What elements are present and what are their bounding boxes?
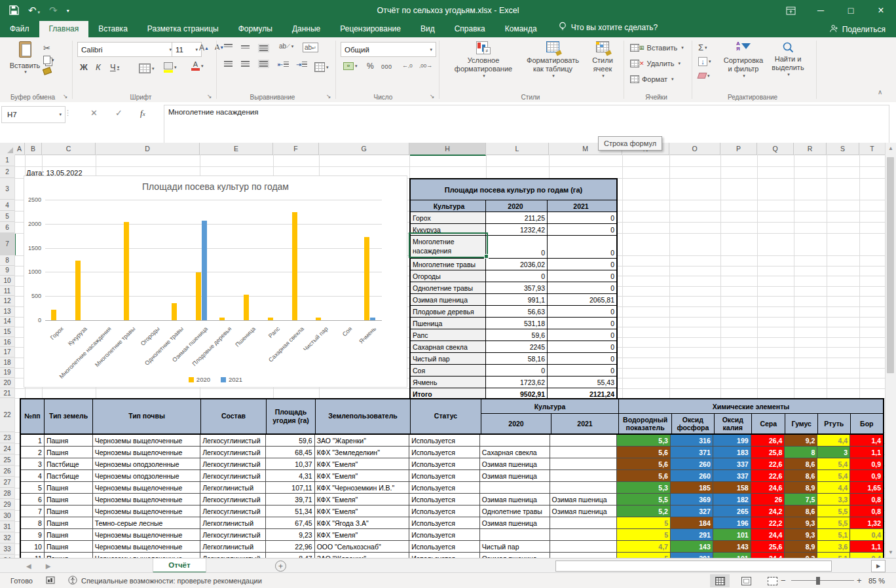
crops-cell-label[interactable]: Чистый пар: [411, 353, 486, 364]
land-cell[interactable]: 9,23: [266, 529, 315, 540]
land-cell[interactable]: [550, 517, 618, 528]
sheet-next-icon[interactable]: ▶: [46, 562, 51, 570]
column-header-C[interactable]: C: [42, 143, 96, 155]
align-middle-icon[interactable]: [241, 45, 250, 50]
decrease-decimal-icon[interactable]: ,00→: [419, 62, 432, 69]
column-header-Q[interactable]: Q: [757, 143, 794, 155]
fill-color-icon[interactable]: ▾: [164, 62, 177, 73]
land-cell[interactable]: 10,37: [266, 458, 315, 469]
orientation-icon[interactable]: ab⟋▾: [279, 43, 293, 50]
crops-cell-2021[interactable]: 0: [548, 224, 616, 235]
land-cell[interactable]: [480, 529, 550, 540]
land-cell[interactable]: Легкосуглинистый: [200, 447, 266, 458]
chem-cell[interactable]: 260: [671, 458, 713, 469]
chem-cell[interactable]: 0,4: [850, 553, 883, 558]
row-header-25[interactable]: 25: [0, 454, 15, 466]
chem-cell[interactable]: 9,3: [785, 553, 817, 558]
crops-cell-2020[interactable]: 211,25: [486, 212, 548, 223]
chem-cell[interactable]: 5,6: [617, 447, 671, 458]
row-header-7[interactable]: 7: [0, 233, 16, 255]
chem-cell[interactable]: 196: [713, 517, 751, 528]
column-header-D[interactable]: D: [96, 143, 200, 155]
bold-button[interactable]: Ж: [80, 62, 88, 72]
chem-cell[interactable]: 25,6: [751, 541, 785, 552]
land-cell[interactable]: Озимая пшеница: [480, 494, 550, 505]
land-cell[interactable]: Пашня: [45, 553, 93, 558]
chem-header-cell[interactable]: Оксид калия: [715, 414, 752, 433]
chem-cell[interactable]: 4,4: [817, 435, 850, 446]
chem-cell[interactable]: 26: [751, 494, 785, 505]
crops-cell-label[interactable]: Однолетние травы: [411, 282, 486, 293]
land-cell[interactable]: 68,45: [266, 447, 315, 458]
land-cell[interactable]: Черноземы выщелоченные: [93, 541, 200, 552]
row-header-29[interactable]: 29: [0, 499, 15, 510]
land-cell[interactable]: 3: [21, 458, 45, 469]
chem-cell[interactable]: 24,6: [751, 482, 785, 493]
crops-cell-label[interactable]: Плодовые деревья: [411, 306, 486, 317]
land-cell[interactable]: Используется: [409, 517, 480, 528]
decrease-indent-icon[interactable]: ⇤: [278, 61, 289, 68]
zoom-level[interactable]: 85 %: [868, 573, 885, 588]
chem-cell[interactable]: 1,1: [850, 447, 883, 458]
row-header-3[interactable]: 3: [0, 178, 15, 200]
accessibility-status[interactable]: Специальные возможности: проверьте реком…: [68, 576, 262, 586]
land-cell[interactable]: Легкосуглинистый: [200, 435, 266, 446]
share-button[interactable]: Поделиться: [829, 24, 886, 35]
row-header-1[interactable]: 1: [0, 155, 15, 166]
chem-cell[interactable]: 260: [671, 470, 713, 481]
land-cell[interactable]: Легкоглинистый: [200, 517, 266, 528]
align-center-icon[interactable]: [241, 61, 250, 67]
row-header-19[interactable]: 19: [0, 368, 15, 378]
crops-cell-2020[interactable]: 58,16: [486, 353, 548, 364]
chem-cell[interactable]: 101: [713, 553, 751, 558]
land-cell[interactable]: Пашня: [45, 541, 93, 552]
land-cell[interactable]: КФХ "Земледелкин": [315, 447, 410, 458]
clear-icon[interactable]: ▾: [698, 73, 710, 79]
chem-cell[interactable]: 5,1: [817, 529, 850, 540]
row-header-32[interactable]: 32: [0, 532, 15, 543]
row-header-14[interactable]: 14: [0, 317, 15, 327]
row-header-27[interactable]: 27: [0, 477, 15, 488]
crops-cell-2020[interactable]: 0: [486, 270, 548, 282]
alignment-dialog-launcher[interactable]: ↘: [326, 93, 331, 100]
row-header-30[interactable]: 30: [0, 510, 15, 521]
crops-cell-2021[interactable]: 55,43: [548, 377, 616, 388]
land-cell[interactable]: Черноземы оподзоленные: [93, 470, 200, 481]
cut-icon[interactable]: ✂: [43, 43, 50, 53]
crops-cell-label[interactable]: Кукуруза: [411, 224, 486, 235]
vertical-scroll-thumb[interactable]: [887, 157, 894, 373]
column-header-B[interactable]: B: [25, 143, 42, 155]
align-bottom-icon[interactable]: [258, 44, 269, 52]
land-cell[interactable]: Легкосуглинистый: [200, 529, 266, 540]
font-size-combo[interactable]: 11▾: [172, 42, 202, 57]
crops-cell-2021[interactable]: 0: [548, 259, 616, 270]
chem-header-cell[interactable]: Бор: [851, 414, 884, 433]
row-header-31[interactable]: 31: [0, 521, 15, 532]
chem-header-cell[interactable]: Ртуть: [818, 414, 851, 433]
cancel-entry-icon[interactable]: ✕: [90, 108, 98, 118]
crops-header-cell[interactable]: Культура: [411, 200, 486, 211]
land-cell[interactable]: Легкоглинистый: [200, 482, 266, 493]
row-header-23[interactable]: 23: [0, 432, 15, 443]
ribbon-tab-Главная[interactable]: Главная: [39, 21, 89, 37]
crops-cell-label[interactable]: Соя: [411, 365, 486, 376]
crops-cell-2020[interactable]: 357,93: [486, 282, 548, 293]
land-cell[interactable]: 2: [21, 447, 45, 458]
land-cell[interactable]: КФХ "Емеля": [315, 458, 410, 469]
land-cell[interactable]: Пастбище: [45, 458, 93, 469]
crops-cell-label[interactable]: Сахарная свекла: [411, 341, 486, 352]
land-cell[interactable]: 4,31: [266, 470, 315, 481]
qat-customize-icon[interactable]: ▾: [67, 8, 69, 14]
chem-cell[interactable]: 8,9: [785, 482, 817, 493]
crops-cell-2020[interactable]: 0: [486, 365, 548, 376]
chem-cell[interactable]: 0,8: [850, 494, 883, 505]
ribbon-tab-Команда[interactable]: Команда: [495, 21, 547, 37]
chem-cell[interactable]: 8,9: [785, 541, 817, 552]
ribbon-tab-Формулы[interactable]: Формулы: [229, 21, 282, 37]
column-header-F[interactable]: F: [273, 143, 319, 155]
fill-handle[interactable]: [484, 254, 489, 259]
chem-cell[interactable]: 5,5: [817, 517, 850, 528]
land-cell[interactable]: [550, 529, 618, 540]
chem-cell[interactable]: 22,2: [751, 517, 785, 528]
crops-cell-2020[interactable]: 991,1: [486, 294, 548, 305]
